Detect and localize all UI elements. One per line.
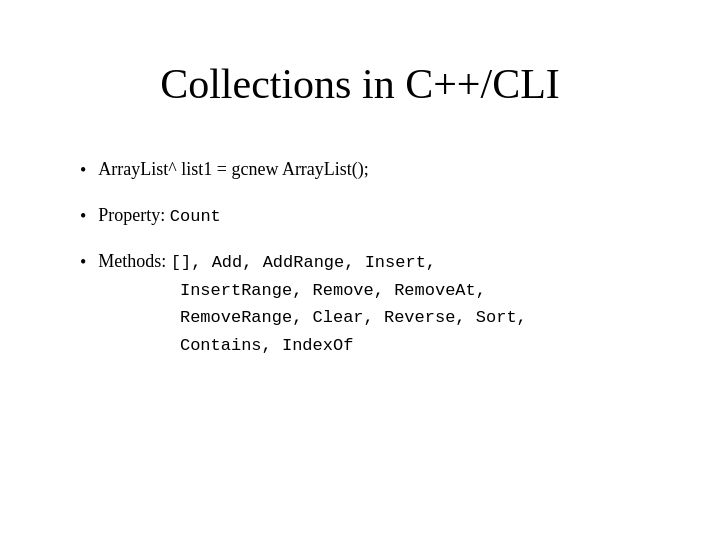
property-value: Count <box>170 207 221 226</box>
bullet-icon: • <box>80 157 86 184</box>
bullet-list: • ArrayList^ list1 = gcnew ArrayList(); … <box>60 156 660 376</box>
bullet-icon: • <box>80 203 86 230</box>
list-item: • Methods: [], Add, AddRange, Insert, In… <box>80 248 660 358</box>
bullet-1-text: ArrayList^ list1 = gcnew ArrayList(); <box>98 156 369 183</box>
slide: Collections in C++/CLI • ArrayList^ list… <box>0 0 720 540</box>
property-label: Property: <box>98 205 170 225</box>
list-item: • ArrayList^ list1 = gcnew ArrayList(); <box>80 156 660 184</box>
slide-title: Collections in C++/CLI <box>60 60 660 108</box>
bullet-icon: • <box>80 249 86 276</box>
bullet-3-text: Methods: [], Add, AddRange, Insert, Inse… <box>98 248 526 358</box>
list-item: • Property: Count <box>80 202 660 230</box>
bullet-2-text: Property: Count <box>98 202 221 230</box>
methods-label: Methods: <box>98 251 171 271</box>
